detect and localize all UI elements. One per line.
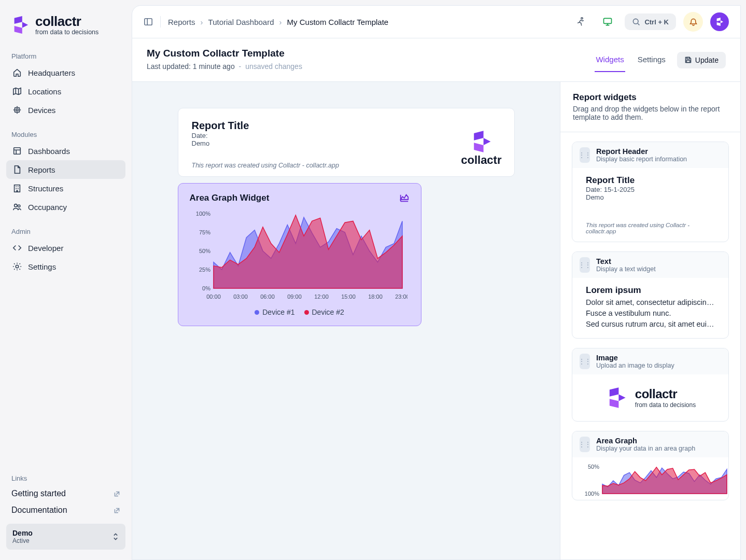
svg-rect-2 [14, 148, 21, 155]
widgets-panel: Report widgets Drag and drop the widgets… [560, 82, 740, 559]
svg-point-6 [16, 265, 18, 268]
cpu-icon [12, 105, 22, 115]
widget-card-area-graph[interactable]: ⋮⋮Area GraphDisplay your data in an area… [572, 431, 729, 500]
search-button[interactable]: Ctrl + K [625, 13, 676, 30]
code-icon [12, 243, 22, 253]
unsaved-indicator: unsaved changes [245, 62, 302, 71]
mini-area-chart: 100%50% [582, 461, 729, 498]
running-man-button[interactable] [571, 12, 590, 32]
sidebar-item-settings[interactable]: Settings [6, 257, 125, 276]
svg-text:00:00: 00:00 [206, 293, 221, 300]
drag-handle-icon[interactable]: ⋮⋮ [580, 437, 590, 452]
report-logo-text: collactr [461, 153, 501, 167]
widget-name: Image [596, 354, 674, 362]
preview-line: Fusce a vestibulum nunc. [586, 309, 715, 317]
widgets-panel-title: Report widgets [573, 92, 728, 103]
svg-text:100%: 100% [195, 211, 210, 217]
drag-handle-icon[interactable]: ⋮⋮ [580, 354, 590, 369]
preview-tenant: Demo [586, 193, 715, 201]
sidebar-item-reports[interactable]: Reports [6, 160, 125, 179]
last-updated: Last updated: 1 minute ago [147, 62, 235, 71]
brand-tagline: from data to decisions [35, 29, 98, 36]
collactr-logo-icon [469, 130, 493, 153]
map-icon [12, 87, 22, 96]
sidebar-item-locations[interactable]: Locations [6, 82, 125, 101]
sidebar-item-dashboards[interactable]: Dashboards [6, 142, 125, 160]
report-header-widget[interactable]: Report Title Date: Demo This report was … [178, 108, 515, 177]
svg-rect-10 [604, 18, 612, 23]
widget-card-text[interactable]: ⋮⋮TextDisplay a text widgetLorem ipsumDo… [572, 251, 729, 339]
file-icon [12, 165, 22, 174]
nav-label: Dashboards [28, 147, 70, 156]
sidebar-item-structures[interactable]: Structures [6, 179, 125, 198]
preview-credit: This report was created using Collactr -… [586, 222, 715, 234]
svg-text:25%: 25% [199, 267, 210, 273]
nav-label: Occupancy [28, 203, 67, 212]
widget-card-report-header[interactable]: ⋮⋮Report HeaderDisplay basic report info… [572, 142, 729, 242]
tenant-name: Demo [12, 529, 33, 537]
area-chart-icon [399, 193, 410, 203]
drag-handle-icon[interactable]: ⋮⋮ [580, 257, 590, 273]
svg-text:23:00: 23:00 [395, 293, 407, 300]
svg-text:100%: 100% [585, 491, 599, 497]
tenant-switcher[interactable]: Demo Active [6, 524, 125, 550]
svg-line-14 [638, 23, 640, 25]
svg-text:12:00: 12:00 [314, 293, 329, 300]
main-panel: Reports › Tutorial Dashboard › My Custom… [132, 5, 741, 560]
page-title: My Custom Collactr Template [147, 48, 302, 59]
svg-text:03:00: 03:00 [233, 293, 248, 300]
legend-item: Device #1 [255, 308, 294, 316]
area-widget-title: Area Graph Widget [190, 193, 270, 203]
preview-title: Report Title [586, 175, 715, 186]
layout-icon [12, 146, 22, 156]
avatar[interactable] [710, 12, 729, 31]
svg-text:75%: 75% [199, 229, 210, 235]
crumb-reports[interactable]: Reports [168, 18, 195, 26]
panel-tabs: Widgets Settings [595, 48, 666, 72]
crumb-tutorial[interactable]: Tutorial Dashboard [208, 18, 274, 26]
sidebar-item-occupancy[interactable]: Occupancy [6, 198, 125, 216]
legend-item: Device #2 [304, 308, 344, 316]
svg-rect-16 [686, 60, 690, 62]
nav-label: Devices [28, 106, 55, 115]
chevron-right-icon: › [201, 18, 203, 26]
widget-name: Report Header [596, 147, 687, 156]
external-link[interactable]: Documentation [6, 502, 125, 519]
report-canvas[interactable]: Report Title Date: Demo This report was … [132, 82, 560, 559]
sidebar-item-devices[interactable]: Devices [6, 101, 125, 119]
report-logo: collactr [461, 130, 501, 167]
svg-rect-1 [16, 109, 18, 111]
widget-name: Area Graph [596, 437, 695, 445]
widget-card-image[interactable]: ⋮⋮ImageUpload an image to displaycollact… [572, 348, 729, 422]
sidebar-item-developer[interactable]: Developer [6, 239, 125, 257]
preview-line: Dolor sit amet, consectetur adipiscing..… [586, 298, 715, 306]
brand-logo[interactable]: collactr from data to decisions [6, 10, 125, 41]
svg-text:09:00: 09:00 [287, 293, 302, 300]
brand-name: collactr [35, 13, 98, 30]
external-link[interactable]: Getting started [6, 485, 125, 502]
collactr-logo-icon [10, 15, 30, 35]
sidebar-toggle-icon[interactable] [144, 17, 153, 26]
tab-settings[interactable]: Settings [637, 48, 667, 72]
preview-line: Sed cursus rutrum arcu, sit amet euis... [586, 320, 715, 328]
tab-widgets[interactable]: Widgets [595, 48, 625, 72]
preview-h: Lorem ipsum [586, 285, 715, 296]
monitor-button[interactable] [598, 12, 617, 32]
svg-rect-7 [145, 19, 152, 25]
search-icon [632, 18, 640, 26]
bell-icon [689, 18, 698, 26]
drag-handle-icon[interactable]: ⋮⋮ [580, 147, 590, 163]
nav-label: Settings [28, 262, 56, 271]
topbar: Reports › Tutorial Dashboard › My Custom… [132, 6, 740, 38]
area-graph-widget[interactable]: Area Graph Widget 0%25%50%75%100%00:0003… [178, 183, 421, 326]
update-label: Update [695, 56, 719, 64]
svg-point-5 [18, 205, 20, 207]
sidebar-item-headquarters[interactable]: Headquarters [6, 63, 125, 82]
nav-label: Locations [28, 87, 61, 96]
collactr-logo-icon [605, 386, 628, 410]
notifications-button[interactable] [683, 12, 703, 32]
update-button[interactable]: Update [677, 52, 726, 68]
image-preview: collactrfrom data to decisions [572, 374, 728, 421]
links-header: Links [6, 463, 125, 485]
svg-point-13 [634, 19, 639, 24]
